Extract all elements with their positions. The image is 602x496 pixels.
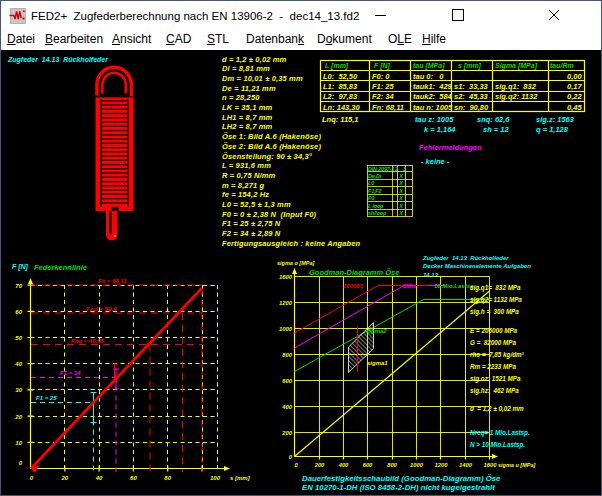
- svg-text:50: 50: [15, 335, 22, 341]
- svg-text:tau/Rm: tau/Rm: [550, 62, 574, 69]
- svg-text:d = 1,2 ± 0,02 mm: d = 1,2 ± 0,02 mm: [470, 405, 524, 413]
- svg-text:sig.q1= 832 MPa: sig.q1= 832 MPa: [470, 284, 521, 292]
- svg-text:L0: 52,50: L0: 52,50: [323, 72, 358, 81]
- svg-text:0,45: 0,45: [567, 103, 582, 112]
- svg-text:600: 600: [363, 462, 373, 468]
- svg-text:60: 60: [130, 475, 137, 481]
- svg-text:600: 600: [282, 378, 292, 384]
- svg-text:Öse 1: Bild A.6 (Hakenöse): Öse 1: Bild A.6 (Hakenöse): [222, 132, 321, 141]
- svg-text:Federkennlinie: Federkennlinie: [34, 263, 87, 272]
- svg-text:X: X: [398, 195, 403, 201]
- svg-text:Decker Maschinenelemente Aufga: Decker Maschinenelemente Aufgaben: [423, 263, 531, 269]
- svg-text:Dauerfestigkeitsschaubild (Goo: Dauerfestigkeitsschaubild (Goodman-Diagr…: [302, 474, 501, 483]
- svg-text:De,Di: De,Di: [368, 173, 382, 179]
- svg-text:d = 1,2 ± 0,02 mm: d = 1,2 ± 0,02 mm: [222, 55, 287, 64]
- svg-text:sigma o [MPa]: sigma o [MPa]: [277, 260, 314, 266]
- svg-text:Fzul = 59,4: Fzul = 59,4: [86, 306, 117, 312]
- svg-text:Di = 8,81 mm: Di = 8,81 mm: [222, 64, 270, 73]
- svg-text:1400: 1400: [459, 462, 473, 468]
- svg-text:40: 40: [95, 475, 103, 481]
- svg-text:fe = 154,2 Hz: fe = 154,2 Hz: [222, 190, 269, 199]
- svg-text:0: 0: [294, 462, 298, 468]
- svg-text:20: 20: [60, 475, 68, 481]
- svg-text:Fnq = 46,95: Fnq = 46,95: [71, 338, 105, 344]
- svg-text:1200: 1200: [435, 462, 449, 468]
- svg-text:L [mm]: L [mm]: [325, 62, 349, 70]
- svg-text:tau [MPa]: tau [MPa]: [413, 62, 445, 70]
- svg-text:sigma u [MPa]: sigma u [MPa]: [498, 462, 535, 468]
- svg-text:F1 = 25 ± 2,75 N: F1 = 25 ± 2,75 N: [222, 219, 281, 228]
- svg-text:F1 = 25: F1 = 25: [36, 395, 57, 401]
- svg-text:200: 200: [281, 430, 292, 436]
- svg-text:LH2 = 8,7 mm: LH2 = 8,7 mm: [222, 122, 273, 131]
- svg-text:80: 80: [164, 475, 171, 481]
- svg-text:100000: 100000: [343, 283, 364, 289]
- svg-text:Lnq: 115,1: Lnq: 115,1: [322, 115, 359, 124]
- svg-text:1Mio.: 1Mio.: [403, 283, 419, 289]
- svg-text:DIN 2097-1: DIN 2097-1: [368, 166, 394, 172]
- svg-text:sh = 12: sh = 12: [483, 125, 509, 134]
- svg-text:tau z: 1005: tau z: 1005: [415, 115, 454, 124]
- svg-text:R = 0,75 N/mm: R = 0,75 N/mm: [222, 171, 276, 180]
- svg-text:m = 8,271 g: m = 8,271 g: [222, 181, 265, 190]
- svg-text:1200: 1200: [279, 300, 293, 306]
- svg-text:s1: 33,33: s1: 33,33: [454, 82, 489, 91]
- svg-text:EN 10270-1-DH (ISO 8458-2-DH): EN 10270-1-DH (ISO 8458-2-DH) nicht kuge…: [302, 483, 495, 492]
- svg-text:sigma1: sigma1: [367, 360, 388, 366]
- svg-text:k = 1,164: k = 1,164: [424, 125, 456, 134]
- svg-text:sn: 90,80: sn: 90,80: [454, 103, 489, 112]
- svg-text:20: 20: [14, 414, 22, 420]
- svg-text:F2 = 34: F2 = 34: [60, 370, 81, 376]
- svg-text:sig.hz: 462 MPa: sig.hz: 462 MPa: [470, 387, 519, 395]
- svg-text:F0 = 0 ± 2,38 N (Input F0): F0 = 0 ± 2,38 N (Input F0): [222, 210, 317, 219]
- svg-text:Öse 2: Bild A.6 (Hakenöse): Öse 2: Bild A.6 (Hakenöse): [222, 142, 321, 151]
- svg-text:- keine -: - keine -: [421, 157, 450, 166]
- svg-text:N > 10 Mio.Lastsp.: N > 10 Mio.Lastsp.: [470, 441, 525, 449]
- svg-text:F1,F2: F1,F2: [368, 188, 382, 194]
- svg-text:G = 82000 MPa: G = 82000 MPa: [470, 339, 517, 346]
- svg-text:0,00: 0,00: [567, 72, 582, 81]
- svg-text:X: X: [398, 180, 403, 186]
- svg-text:LK = 35,1 mm: LK = 35,1 mm: [222, 103, 273, 112]
- svg-text:0,22: 0,22: [567, 92, 582, 101]
- svg-text:De = 11,21 mm: De = 11,21 mm: [222, 84, 276, 93]
- svg-text:100: 100: [210, 475, 221, 481]
- svg-text:X: X: [398, 173, 403, 179]
- svg-text:tauk1: 429: tauk1: 429: [413, 82, 453, 91]
- svg-text:Ösenstellung: 90 ± 34,3°: Ösenstellung: 90 ± 34,3°: [222, 152, 313, 161]
- svg-text:L1: 85,83: L1: 85,83: [323, 82, 358, 91]
- svg-text:E = 206000 MPa: E = 206000 MPa: [470, 327, 518, 334]
- svg-text:L0 = 52,5 ± 1,3 mm: L0 = 52,5 ± 1,3 mm: [222, 200, 291, 209]
- svg-text:Fehlermeldungen: Fehlermeldungen: [419, 143, 482, 152]
- svg-text:sigma2: sigma2: [366, 328, 387, 334]
- svg-text:L2: 97,83: L2: 97,83: [323, 92, 358, 101]
- svg-text:0: 0: [19, 460, 23, 466]
- svg-text:tau 0: 0: tau 0: 0: [413, 72, 444, 81]
- svg-text:Fertigungsausgleich : keine An: Fertigungsausgleich : keine Angaben: [222, 239, 361, 248]
- svg-text:s [mm]: s [mm]: [230, 475, 251, 481]
- svg-text:n = 28,250: n = 28,250: [222, 93, 260, 102]
- svg-text:F [N]: F [N]: [374, 62, 391, 70]
- svg-text:Nreq= 1 Mio.Lastsp.: Nreq= 1 Mio.Lastsp.: [470, 429, 530, 437]
- svg-text:F [N]: F [N]: [12, 263, 29, 271]
- svg-text:tauk2: 584: tauk2: 584: [413, 92, 453, 101]
- svg-text:Fn: 68,11: Fn: 68,11: [372, 103, 404, 112]
- svg-text:0,17: 0,17: [567, 82, 582, 91]
- svg-text:1000: 1000: [279, 326, 293, 332]
- svg-text:L loop: L loop: [368, 203, 384, 209]
- svg-text:Goodman-Diagramm Öse: Goodman-Diagramm Öse: [309, 268, 399, 277]
- svg-text:sig.q1: 832: sig.q1: 832: [495, 82, 537, 91]
- svg-text:X: X: [398, 210, 403, 216]
- svg-text:X: X: [398, 203, 403, 209]
- svg-text:Sigma [MPa]: Sigma [MPa]: [495, 62, 538, 70]
- svg-text:LH1 = 8,7 mm: LH1 = 8,7 mm: [222, 113, 273, 122]
- svg-text:400: 400: [338, 462, 349, 468]
- svg-text:Dm = 10,01 ± 0,35 mm: Dm = 10,01 ± 0,35 mm: [222, 74, 303, 83]
- svg-text:200: 200: [314, 462, 325, 468]
- svg-text:1600: 1600: [279, 274, 293, 280]
- svg-text:800: 800: [282, 352, 292, 358]
- svg-text:70: 70: [15, 283, 22, 289]
- svg-text:Fn = 68,11: Fn = 68,11: [98, 278, 127, 284]
- svg-text:sig.oz: 1521 MPa: sig.oz: 1521 MPa: [470, 375, 521, 383]
- svg-text:0: 0: [30, 475, 34, 481]
